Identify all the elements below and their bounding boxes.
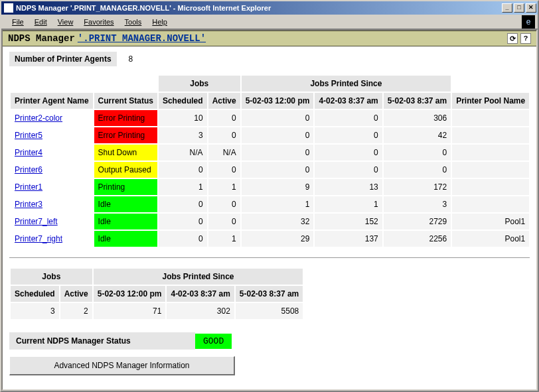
menu-file[interactable]: File [7,17,29,27]
scheduled-cell: 0 [159,231,207,247]
sum-col-t1: 5-02-03 12:00 pm [94,286,166,302]
scheduled-cell: 0 [159,196,207,212]
printer-link[interactable]: Printer3 [15,200,42,209]
page-content: NDPS Manager '.PRINT_MANAGER.NOVELL' ⟳ ?… [3,31,536,389]
close-button[interactable]: ✕ [526,3,536,13]
table-row: Printer1Printing11913172 [11,179,529,195]
status-cell: Error Printing [94,110,157,126]
col-group-since: Jobs Printed Since [242,76,451,92]
browser-window: NDPS Manager '.PRINT_MANAGER.NOVELL' - M… [0,0,539,392]
status-cell: Idle [94,196,157,212]
printer-link[interactable]: Printer5 [15,131,42,140]
sum-t2: 302 [167,303,234,319]
t2-cell: 13 [315,179,382,195]
printer-agents-table: Jobs Jobs Printed Since Printer Agent Na… [9,74,530,248]
printer-name-cell: Printer2-color [11,110,93,126]
printer-name-cell: Printer3 [11,196,93,212]
sum-t3: 5508 [236,303,303,319]
manager-status-value: GOOD [195,334,232,349]
active-cell: 0 [208,214,240,229]
scheduled-cell: 0 [159,162,207,178]
active-cell: 0 [208,196,240,212]
sum-t1: 71 [94,303,166,319]
scheduled-cell: 0 [159,214,207,229]
advanced-info-button[interactable]: Advanced NDPS Manager Information [9,356,235,375]
maximize-button[interactable]: □ [514,3,524,13]
t2-cell: 0 [315,110,382,126]
menu-edit[interactable]: Edit [29,17,52,27]
sum-col-scheduled: Scheduled [11,286,59,302]
t3-cell: 2729 [384,214,451,229]
sum-active: 2 [60,303,92,319]
minimize-button[interactable]: _ [502,3,512,13]
t1-cell: 9 [242,179,314,195]
manager-status-label: Current NDPS Manager Status [9,332,195,350]
menu-tools[interactable]: Tools [119,17,147,27]
sum-col-t2: 4-02-03 8:37 am [167,286,234,302]
printer-link[interactable]: Printer2-color [15,113,62,123]
menu-view[interactable]: View [52,17,79,27]
menubar: File Edit View Favorites Tools Help e [1,15,538,29]
pool-cell [452,110,529,126]
t1-cell: 0 [242,145,314,161]
table-row: Printer6Output Paused00000 [11,162,529,178]
t2-cell: 0 [315,127,382,143]
t3-cell: 3 [384,196,451,212]
active-cell: 1 [208,179,240,195]
col-t3: 5-02-03 8:37 am [384,93,451,109]
scheduled-cell: N/A [159,145,207,161]
printer-name-cell: Printer7_right [11,231,93,247]
col-printer: Printer Agent Name [11,93,93,109]
printer-link[interactable]: Printer6 [15,165,42,174]
status-cell: Printing [94,179,157,195]
page-header: NDPS Manager '.PRINT_MANAGER.NOVELL' ⟳ ? [3,31,536,46]
summary-row: 3 2 71 302 5508 [11,303,303,319]
t3-cell: 0 [384,145,451,161]
active-cell: N/A [208,145,240,161]
window-controls: _ □ ✕ [502,3,536,13]
col-group-jobs: Jobs [159,76,240,92]
printer-name-cell: Printer6 [11,162,93,178]
t2-cell: 0 [315,162,382,178]
col-pool: Printer Pool Name [452,93,529,109]
t1-cell: 1 [242,196,314,212]
printer-link[interactable]: Printer7_left [15,217,58,226]
menu-help[interactable]: Help [147,17,173,27]
active-cell: 0 [208,127,240,143]
t1-cell: 0 [242,127,314,143]
t2-cell: 152 [315,214,382,229]
status-cell: Idle [94,231,157,247]
active-cell: 0 [208,110,240,126]
sum-col-t3: 5-02-03 8:37 am [236,286,303,302]
refresh-icon[interactable]: ⟳ [507,33,518,44]
sum-group-jobs: Jobs [11,269,92,285]
t1-cell: 0 [242,162,314,178]
printer-link[interactable]: Printer4 [15,148,42,157]
t1-cell: 29 [242,231,314,247]
table-row: Printer7_leftIdle00321522729Pool1 [11,214,529,229]
sum-col-active: Active [60,286,92,302]
manager-status-row: Current NDPS Manager Status GOOD [9,332,530,350]
status-cell: Shut Down [94,145,157,161]
client-area: NDPS Manager '.PRINT_MANAGER.NOVELL' ⟳ ?… [1,29,538,391]
help-icon[interactable]: ? [520,33,531,44]
table-row: Printer3Idle00113 [11,196,529,212]
table-row: Printer5Error Printing300042 [11,127,529,143]
t3-cell: 0 [384,162,451,178]
page-title-name: '.PRINT_MANAGER.NOVELL' [78,33,206,44]
t1-cell: 0 [242,110,314,126]
scheduled-cell: 1 [159,179,207,195]
agent-count-row: Number of Printer Agents 8 [9,52,530,66]
col-t1: 5-02-03 12:00 pm [242,93,314,109]
printer-link[interactable]: Printer7_right [15,234,62,243]
pool-cell: Pool1 [452,231,529,247]
titlebar: NDPS Manager '.PRINT_MANAGER.NOVELL' - M… [1,1,538,15]
menu-favorites[interactable]: Favorites [78,17,119,27]
printer-link[interactable]: Printer1 [15,182,42,192]
t2-cell: 137 [315,231,382,247]
printer-name-cell: Printer5 [11,127,93,143]
table-row: Printer2-colorError Printing10000306 [11,110,529,126]
status-cell: Output Paused [94,162,157,178]
sum-scheduled: 3 [11,303,59,319]
printer-name-cell: Printer4 [11,145,93,161]
